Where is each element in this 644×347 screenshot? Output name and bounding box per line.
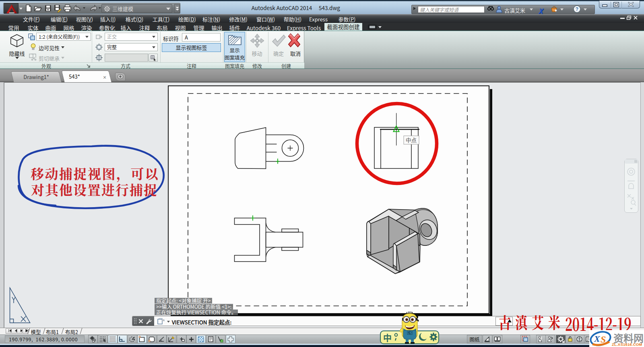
svg-text:X: X bbox=[594, 334, 601, 344]
svg-text:S: S bbox=[601, 334, 606, 345]
